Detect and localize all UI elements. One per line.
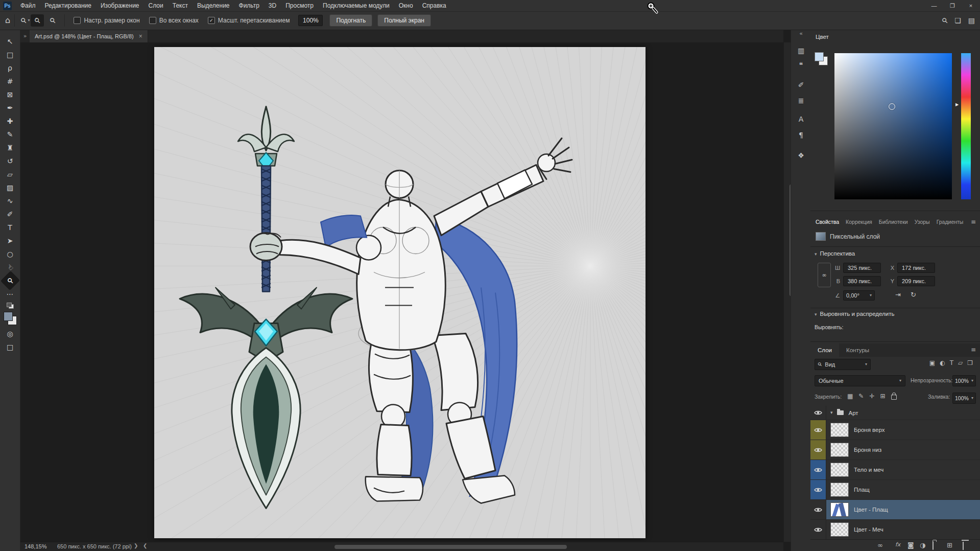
field-value[interactable]: 172 пикс. bbox=[897, 263, 935, 273]
link-layers-icon[interactable]: ∞ bbox=[877, 542, 883, 548]
layer-row[interactable]: Цвет - Меч bbox=[810, 520, 980, 539]
layer-mask-icon[interactable]: ◙ bbox=[907, 542, 914, 548]
transform-field-Ш[interactable]: Ш325 пикс. bbox=[834, 263, 881, 273]
filter-adjustment-icon[interactable]: ◐ bbox=[940, 360, 945, 366]
pen-tool[interactable]: ✐ bbox=[3, 208, 17, 221]
layer-row[interactable]: Плащ bbox=[810, 480, 980, 500]
flip-horizontal-icon[interactable]: ⇥ bbox=[895, 291, 901, 298]
color-swatches[interactable] bbox=[4, 312, 17, 325]
layer-row[interactable]: Броня низ bbox=[810, 440, 980, 460]
group-collapse-icon[interactable]: ▾ bbox=[830, 410, 833, 415]
layer-group-icon[interactable] bbox=[933, 541, 934, 550]
checkbox-icon[interactable] bbox=[74, 17, 81, 24]
menu-item-0[interactable]: Файл bbox=[16, 0, 40, 11]
tab-Контуры[interactable]: Контуры bbox=[839, 343, 876, 357]
zoom-percent-input[interactable]: 100% bbox=[298, 15, 323, 26]
search-icon[interactable]: ⚲ bbox=[940, 16, 949, 25]
rotate-icon[interactable]: ↻ bbox=[911, 291, 916, 298]
adjustment-layer-icon[interactable]: ◑ bbox=[920, 542, 925, 548]
filter-shape-icon[interactable]: ▱ bbox=[958, 360, 963, 366]
hue-slider[interactable] bbox=[961, 53, 971, 199]
tab-Библиотеки[interactable]: Библиотеки bbox=[879, 219, 908, 225]
canvas-area[interactable] bbox=[20, 42, 783, 542]
path-selection-tool[interactable]: ➤ bbox=[3, 234, 17, 247]
layer-thumbnail[interactable] bbox=[830, 522, 849, 537]
field-value[interactable]: 325 пикс. bbox=[843, 263, 881, 273]
layer-row[interactable]: Тело и меч bbox=[810, 460, 980, 480]
brushes-icon[interactable]: ✐ bbox=[791, 81, 811, 88]
transform-field-В[interactable]: В380 пикс. bbox=[834, 276, 881, 286]
minimize-button[interactable]: — bbox=[925, 0, 943, 11]
brush-settings-icon[interactable]: ≣ bbox=[791, 97, 811, 104]
perspective-section-header[interactable]: ▾Перспектива bbox=[815, 250, 855, 257]
menu-item-11[interactable]: Справка bbox=[418, 0, 451, 11]
menu-item-8[interactable]: Просмотр bbox=[281, 0, 318, 11]
delete-layer-icon[interactable] bbox=[963, 542, 964, 550]
layer-thumbnail[interactable] bbox=[830, 443, 849, 457]
document-tab[interactable]: Art.psd @ 148% (Цвет - Плащ, RGB/8) × bbox=[30, 30, 148, 42]
layer-thumbnail[interactable] bbox=[830, 463, 849, 477]
visibility-toggle[interactable] bbox=[810, 406, 826, 420]
field-value[interactable]: 380 пикс. bbox=[843, 276, 881, 286]
lock-paint-icon[interactable]: ✎ bbox=[858, 393, 864, 399]
close-tab-icon[interactable]: × bbox=[139, 33, 142, 40]
color-field[interactable] bbox=[834, 53, 952, 199]
menu-item-6[interactable]: Фильтр bbox=[234, 0, 264, 11]
libraries-icon[interactable]: ▥ bbox=[791, 47, 811, 54]
filter-smart-icon[interactable]: ❒ bbox=[967, 360, 973, 366]
menu-item-2[interactable]: Изображение bbox=[96, 0, 144, 11]
menu-item-3[interactable]: Слои bbox=[144, 0, 168, 11]
color-panel-swatches[interactable] bbox=[815, 52, 828, 65]
close-button[interactable]: × bbox=[962, 0, 980, 11]
status-arrow-left-icon[interactable]: ❮ bbox=[143, 543, 147, 548]
color-picker-ring[interactable] bbox=[889, 103, 895, 110]
menu-item-5[interactable]: Выделение bbox=[193, 0, 234, 11]
lock-all-icon[interactable] bbox=[891, 395, 897, 400]
frame-tool[interactable]: ⊠ bbox=[3, 88, 17, 101]
status-arrow-right-icon[interactable]: ❯ bbox=[134, 543, 138, 548]
smudge-tool[interactable]: ∿ bbox=[3, 194, 17, 208]
move-tool[interactable]: ↖ bbox=[3, 35, 17, 48]
blend-mode-dropdown[interactable]: Обычные ▾ bbox=[815, 375, 905, 386]
zoom-level[interactable]: 148,15% bbox=[25, 543, 46, 549]
zoom-in-button[interactable]: ⚲ + bbox=[31, 14, 44, 27]
lock-transparency-icon[interactable]: ▦ bbox=[847, 393, 853, 399]
comments-icon[interactable]: ❝ bbox=[791, 61, 811, 68]
layer-thumbnail[interactable] bbox=[830, 483, 849, 497]
lock-artboard-icon[interactable]: ⊞ bbox=[880, 393, 885, 399]
angle-field[interactable]: ∠ 0,00°▾ bbox=[834, 290, 875, 301]
panel-expand-icon[interactable]: » bbox=[20, 30, 30, 42]
menu-item-4[interactable]: Текст bbox=[168, 0, 193, 11]
visibility-toggle[interactable] bbox=[810, 520, 826, 539]
filter-pixel-icon[interactable]: ▣ bbox=[929, 360, 935, 366]
layer-effects-icon[interactable]: fx bbox=[895, 542, 900, 547]
option-checkbox-2[interactable]: ✓Масшт. перетаскиванием bbox=[208, 17, 290, 24]
fill-input[interactable]: 100%▾ bbox=[952, 393, 976, 404]
gradient-tool[interactable]: ▨ bbox=[3, 181, 17, 194]
lasso-tool[interactable]: ρ bbox=[3, 61, 17, 75]
layers-menu-icon[interactable]: ≡ bbox=[971, 347, 976, 353]
visibility-toggle[interactable] bbox=[810, 420, 826, 440]
screen-mode-icon[interactable]: □ bbox=[3, 340, 17, 354]
lock-move-icon[interactable]: ✛ bbox=[869, 393, 874, 399]
option-checkbox-0[interactable]: Настр. размер окон bbox=[74, 17, 139, 24]
angle-value[interactable]: 0,00° bbox=[846, 292, 859, 299]
field-value[interactable]: 209 пикс. bbox=[897, 276, 935, 286]
maximize-button[interactable]: ❐ bbox=[943, 0, 962, 11]
tab-Слои[interactable]: Слои bbox=[810, 343, 839, 357]
paragraph-panel-icon[interactable]: ¶ bbox=[791, 131, 811, 139]
zoom-tool-icon[interactable]: ⚲ ▾ bbox=[21, 17, 30, 24]
quick-mask-icon[interactable]: ◎ bbox=[3, 327, 17, 340]
filter-type-dropdown[interactable]: ⚲ Вид ▾ bbox=[815, 359, 871, 370]
transform-field-Y[interactable]: Y209 пикс. bbox=[888, 276, 935, 286]
fullscreen-button[interactable]: Полный экран bbox=[377, 14, 431, 27]
link-dimensions-box[interactable]: ∞ bbox=[818, 263, 831, 287]
eyedropper-tool[interactable]: ✒ bbox=[3, 101, 17, 114]
opacity-input[interactable]: 100%▾ bbox=[952, 375, 976, 386]
foreground-color-swatch[interactable] bbox=[4, 312, 13, 321]
history-brush-tool[interactable]: ↺ bbox=[3, 154, 17, 168]
tab-Свойства[interactable]: Свойства bbox=[816, 219, 839, 225]
visibility-toggle[interactable] bbox=[810, 500, 826, 519]
horizontal-scrollbar-thumb[interactable] bbox=[334, 545, 567, 549]
default-colors-icon[interactable] bbox=[7, 303, 14, 309]
